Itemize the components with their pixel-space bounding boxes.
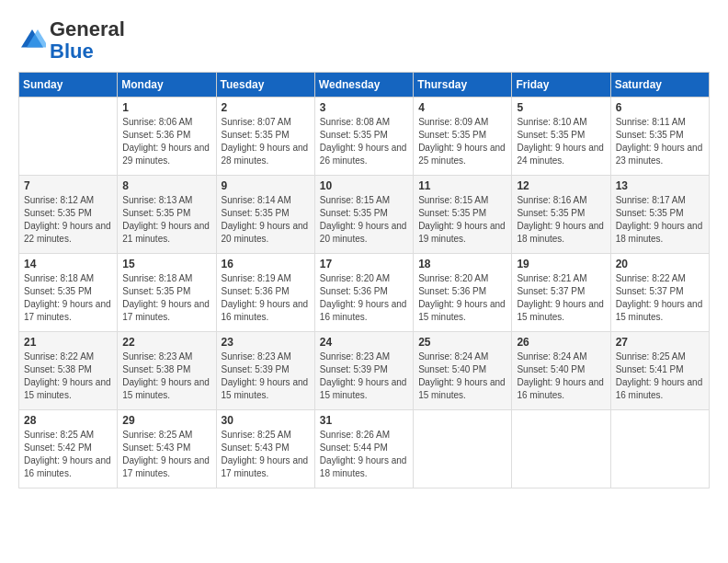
day-cell: 24Sunrise: 8:23 AMSunset: 5:39 PMDayligh…: [314, 332, 413, 410]
day-info: Sunrise: 8:13 AMSunset: 5:35 PMDaylight:…: [122, 194, 210, 246]
logo: GeneralBlue: [18, 18, 125, 63]
day-number: 17: [320, 258, 408, 270]
day-info: Sunrise: 8:09 AMSunset: 5:35 PMDaylight:…: [418, 116, 506, 167]
day-cell: 5Sunrise: 8:10 AMSunset: 5:35 PMDaylight…: [512, 98, 610, 176]
day-info: Sunrise: 8:23 AMSunset: 5:39 PMDaylight:…: [222, 350, 310, 402]
day-number: 29: [122, 414, 210, 427]
day-number: 19: [517, 258, 605, 270]
day-info: Sunrise: 8:07 AMSunset: 5:35 PMDaylight:…: [222, 116, 310, 167]
day-number: 1: [122, 101, 210, 114]
day-number: 14: [24, 258, 112, 270]
header-cell-friday: Friday: [512, 73, 610, 98]
day-number: 18: [418, 258, 506, 270]
day-info: Sunrise: 8:24 AMSunset: 5:40 PMDaylight:…: [517, 350, 605, 402]
week-row-5: 28Sunrise: 8:25 AMSunset: 5:42 PMDayligh…: [19, 410, 710, 488]
day-cell: 19Sunrise: 8:21 AMSunset: 5:37 PMDayligh…: [512, 254, 610, 332]
day-info: Sunrise: 8:25 AMSunset: 5:42 PMDaylight:…: [24, 429, 112, 480]
day-cell: [414, 410, 512, 488]
day-info: Sunrise: 8:26 AMSunset: 5:44 PMDaylight:…: [320, 429, 408, 480]
day-info: Sunrise: 8:25 AMSunset: 5:43 PMDaylight:…: [222, 429, 310, 480]
day-info: Sunrise: 8:23 AMSunset: 5:38 PMDaylight:…: [122, 350, 210, 402]
logo-text: GeneralBlue: [50, 18, 125, 63]
day-info: Sunrise: 8:06 AMSunset: 5:36 PMDaylight:…: [122, 116, 210, 167]
week-row-3: 14Sunrise: 8:18 AMSunset: 5:35 PMDayligh…: [19, 254, 710, 332]
day-cell: 21Sunrise: 8:22 AMSunset: 5:38 PMDayligh…: [19, 332, 118, 410]
page-header: GeneralBlue: [18, 18, 710, 63]
header-cell-monday: Monday: [118, 73, 216, 98]
day-cell: 31Sunrise: 8:26 AMSunset: 5:44 PMDayligh…: [314, 410, 413, 488]
day-number: 4: [418, 101, 506, 114]
day-cell: 28Sunrise: 8:25 AMSunset: 5:42 PMDayligh…: [19, 410, 118, 488]
day-number: 8: [122, 179, 210, 192]
day-cell: 25Sunrise: 8:24 AMSunset: 5:40 PMDayligh…: [414, 332, 512, 410]
day-number: 10: [320, 179, 408, 192]
day-cell: 13Sunrise: 8:17 AMSunset: 5:35 PMDayligh…: [610, 176, 709, 254]
day-number: 24: [320, 336, 408, 349]
day-number: 27: [616, 336, 704, 349]
day-cell: 10Sunrise: 8:15 AMSunset: 5:35 PMDayligh…: [314, 176, 413, 254]
day-number: 20: [616, 258, 704, 270]
day-cell: 26Sunrise: 8:24 AMSunset: 5:40 PMDayligh…: [512, 332, 610, 410]
day-info: Sunrise: 8:18 AMSunset: 5:35 PMDaylight:…: [24, 272, 112, 324]
day-number: 21: [24, 336, 112, 349]
day-cell: 8Sunrise: 8:13 AMSunset: 5:35 PMDaylight…: [118, 176, 216, 254]
day-cell: 22Sunrise: 8:23 AMSunset: 5:38 PMDayligh…: [118, 332, 216, 410]
day-number: 11: [418, 179, 506, 192]
day-number: 23: [222, 336, 310, 349]
day-info: Sunrise: 8:11 AMSunset: 5:35 PMDaylight:…: [616, 116, 704, 167]
week-row-2: 7Sunrise: 8:12 AMSunset: 5:35 PMDaylight…: [19, 176, 710, 254]
day-info: Sunrise: 8:19 AMSunset: 5:36 PMDaylight:…: [222, 272, 310, 324]
day-info: Sunrise: 8:12 AMSunset: 5:35 PMDaylight:…: [24, 194, 112, 246]
day-cell: 23Sunrise: 8:23 AMSunset: 5:39 PMDayligh…: [216, 332, 314, 410]
day-info: Sunrise: 8:10 AMSunset: 5:35 PMDaylight:…: [517, 116, 605, 167]
day-cell: 29Sunrise: 8:25 AMSunset: 5:43 PMDayligh…: [118, 410, 216, 488]
day-cell: 27Sunrise: 8:25 AMSunset: 5:41 PMDayligh…: [610, 332, 709, 410]
day-info: Sunrise: 8:22 AMSunset: 5:37 PMDaylight:…: [616, 272, 704, 324]
day-info: Sunrise: 8:17 AMSunset: 5:35 PMDaylight:…: [616, 194, 704, 246]
calendar-table: SundayMondayTuesdayWednesdayThursdayFrid…: [18, 72, 710, 488]
day-cell: 14Sunrise: 8:18 AMSunset: 5:35 PMDayligh…: [19, 254, 118, 332]
day-info: Sunrise: 8:14 AMSunset: 5:35 PMDaylight:…: [222, 194, 310, 246]
day-info: Sunrise: 8:18 AMSunset: 5:35 PMDaylight:…: [122, 272, 210, 324]
day-cell: [610, 410, 709, 488]
day-cell: 15Sunrise: 8:18 AMSunset: 5:35 PMDayligh…: [118, 254, 216, 332]
day-cell: 4Sunrise: 8:09 AMSunset: 5:35 PMDaylight…: [414, 98, 512, 176]
header-cell-wednesday: Wednesday: [314, 73, 413, 98]
day-number: 28: [24, 414, 112, 427]
day-number: 9: [222, 179, 310, 192]
header-cell-thursday: Thursday: [414, 73, 512, 98]
day-number: 31: [320, 414, 408, 427]
day-cell: 9Sunrise: 8:14 AMSunset: 5:35 PMDaylight…: [216, 176, 314, 254]
day-cell: 12Sunrise: 8:16 AMSunset: 5:35 PMDayligh…: [512, 176, 610, 254]
day-info: Sunrise: 8:22 AMSunset: 5:38 PMDaylight:…: [24, 350, 112, 402]
day-cell: 6Sunrise: 8:11 AMSunset: 5:35 PMDaylight…: [610, 98, 709, 176]
day-cell: 18Sunrise: 8:20 AMSunset: 5:36 PMDayligh…: [414, 254, 512, 332]
day-number: 3: [320, 101, 408, 114]
day-info: Sunrise: 8:23 AMSunset: 5:39 PMDaylight:…: [320, 350, 408, 402]
day-number: 22: [122, 336, 210, 349]
day-cell: 3Sunrise: 8:08 AMSunset: 5:35 PMDaylight…: [314, 98, 413, 176]
day-number: 2: [222, 101, 310, 114]
day-info: Sunrise: 8:16 AMSunset: 5:35 PMDaylight:…: [517, 194, 605, 246]
day-number: 6: [616, 101, 704, 114]
logo-icon: [18, 27, 46, 54]
day-cell: 11Sunrise: 8:15 AMSunset: 5:35 PMDayligh…: [414, 176, 512, 254]
day-number: 12: [517, 179, 605, 192]
day-info: Sunrise: 8:20 AMSunset: 5:36 PMDaylight:…: [418, 272, 506, 324]
day-number: 5: [517, 101, 605, 114]
header-cell-sunday: Sunday: [19, 73, 118, 98]
header-cell-saturday: Saturday: [610, 73, 709, 98]
day-number: 16: [222, 258, 310, 270]
week-row-1: 1Sunrise: 8:06 AMSunset: 5:36 PMDaylight…: [19, 98, 710, 176]
day-info: Sunrise: 8:20 AMSunset: 5:36 PMDaylight:…: [320, 272, 408, 324]
day-number: 26: [517, 336, 605, 349]
day-cell: 1Sunrise: 8:06 AMSunset: 5:36 PMDaylight…: [118, 98, 216, 176]
header-row: SundayMondayTuesdayWednesdayThursdayFrid…: [19, 73, 710, 98]
day-info: Sunrise: 8:21 AMSunset: 5:37 PMDaylight:…: [517, 272, 605, 324]
calendar-body: 1Sunrise: 8:06 AMSunset: 5:36 PMDaylight…: [19, 98, 710, 488]
day-cell: 17Sunrise: 8:20 AMSunset: 5:36 PMDayligh…: [314, 254, 413, 332]
header-cell-tuesday: Tuesday: [216, 73, 314, 98]
week-row-4: 21Sunrise: 8:22 AMSunset: 5:38 PMDayligh…: [19, 332, 710, 410]
day-cell: 16Sunrise: 8:19 AMSunset: 5:36 PMDayligh…: [216, 254, 314, 332]
day-cell: 30Sunrise: 8:25 AMSunset: 5:43 PMDayligh…: [216, 410, 314, 488]
